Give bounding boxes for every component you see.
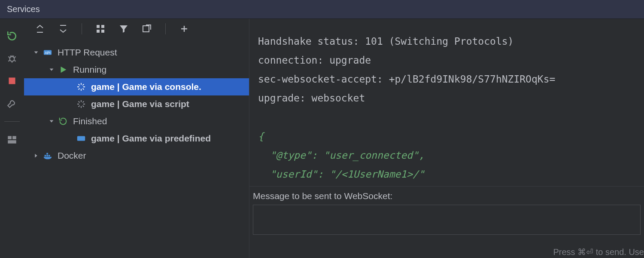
node-label: Running <box>73 64 106 75</box>
expand-all-icon[interactable] <box>33 22 47 36</box>
rerun-icon[interactable] <box>6 30 18 42</box>
svg-point-0 <box>9 57 14 61</box>
svg-rect-3 <box>12 136 16 139</box>
spinner-icon <box>76 99 87 109</box>
detail-panel: Handshake status: 101 (Switching Protoco… <box>249 19 644 258</box>
svg-rect-4 <box>8 140 16 144</box>
play-icon <box>58 65 69 74</box>
tree-node-game-predefined[interactable]: game | Game via predefined <box>24 130 249 147</box>
node-label: game | Game via script <box>91 99 189 109</box>
panel-title: Services <box>0 0 644 19</box>
node-label: game | Game via console. <box>91 82 201 92</box>
message-input-area: Message to be sent to WebSocket: Press ⌘… <box>249 187 644 258</box>
tree-node-docker[interactable]: Docker <box>24 147 249 164</box>
svg-rect-7 <box>97 30 100 33</box>
svg-rect-1 <box>9 77 15 84</box>
message-input-label: Message to be sent to WebSocket: <box>249 189 644 204</box>
tree-node-finished[interactable]: Finished <box>24 113 249 130</box>
chevron-down-icon[interactable] <box>47 118 56 124</box>
svg-rect-5 <box>97 25 100 28</box>
svg-rect-9 <box>143 26 149 32</box>
chevron-down-icon[interactable] <box>32 49 40 55</box>
output-line: upgrade: websocket <box>258 89 635 108</box>
filter-icon[interactable] <box>116 22 131 36</box>
spinner-icon <box>76 82 87 92</box>
services-tree-panel: API HTTP Request Running game | Game via… <box>24 19 249 258</box>
bug-icon[interactable] <box>6 52 18 64</box>
output-line: connection: upgrade <box>258 51 635 70</box>
svg-rect-13 <box>45 155 46 157</box>
stop-icon[interactable] <box>6 75 18 87</box>
tree-node-http-request[interactable]: API HTTP Request <box>24 44 249 61</box>
toolbar-separator <box>82 23 82 34</box>
svg-rect-12 <box>77 136 85 141</box>
svg-rect-15 <box>46 153 48 155</box>
layout-icon[interactable] <box>6 134 18 146</box>
svg-rect-16 <box>49 155 50 157</box>
tree-node-game-console[interactable]: game | Game via console. <box>24 78 249 95</box>
svg-rect-8 <box>101 30 104 33</box>
output-json-line: "userId": "/<1UserName1>/" <box>258 165 635 184</box>
services-tree[interactable]: API HTTP Request Running game | Game via… <box>24 39 249 164</box>
toolbar-separator <box>165 23 166 34</box>
svg-rect-2 <box>8 136 12 139</box>
action-gutter <box>0 19 24 258</box>
group-by-icon[interactable] <box>93 22 108 36</box>
add-service-icon[interactable] <box>177 22 191 36</box>
svg-text:API: API <box>45 51 50 55</box>
open-tab-icon[interactable] <box>140 22 154 36</box>
output-line: Handshake status: 101 (Switching Protoco… <box>258 32 635 51</box>
node-label: HTTP Request <box>58 47 117 58</box>
gutter-separator <box>4 121 20 122</box>
output-line: sec-websocket-accept: +p/lB2fd9INk98/S77… <box>258 70 635 89</box>
api-icon <box>76 134 87 143</box>
message-input[interactable] <box>253 205 641 235</box>
panel-title-text: Services <box>7 4 40 14</box>
tree-node-game-script[interactable]: game | Game via script <box>24 95 249 113</box>
main-area: API HTTP Request Running game | Game via… <box>0 19 644 258</box>
output-json-line: { <box>258 127 635 146</box>
wrench-icon[interactable] <box>6 97 18 109</box>
node-label: game | Game via predefined <box>91 133 211 144</box>
svg-rect-14 <box>46 155 48 157</box>
svg-rect-6 <box>101 25 104 28</box>
docker-icon <box>42 151 53 160</box>
tree-toolbar <box>24 19 249 39</box>
output-line <box>258 108 635 127</box>
node-label: Docker <box>58 150 86 161</box>
api-icon: API <box>42 48 53 57</box>
send-hint: Press ⌘⏎ to send. Use <box>553 247 644 257</box>
websocket-output[interactable]: Handshake status: 101 (Switching Protoco… <box>249 19 644 187</box>
rerun-icon <box>58 117 69 126</box>
output-json-line: "@type": "user_connected", <box>258 146 635 165</box>
chevron-right-icon[interactable] <box>32 153 40 159</box>
node-label: Finished <box>73 116 107 126</box>
chevron-down-icon[interactable] <box>47 67 56 73</box>
collapse-all-icon[interactable] <box>56 22 70 36</box>
tree-node-running[interactable]: Running <box>24 61 249 78</box>
